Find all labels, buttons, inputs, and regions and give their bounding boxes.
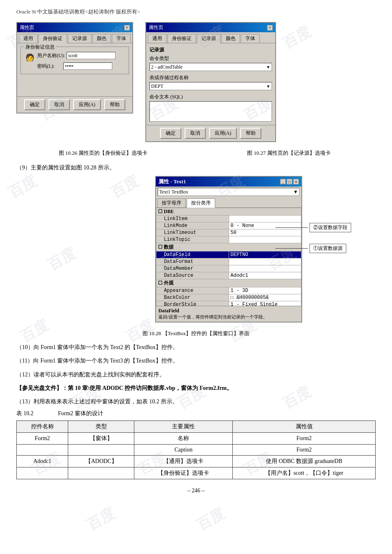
- ann-line-2: [275, 248, 308, 249]
- body-text-12: （12）读者可以从本书的配套光盘上找到实例的配套程序。: [16, 369, 376, 380]
- sql-textarea[interactable]: [149, 101, 272, 122]
- dialog-auth-title: 属性页: [20, 24, 34, 31]
- dialog-auth-body: 身份验证信息 🧑 用户名称(U): scott 密码(L): •••••: [17, 43, 132, 96]
- footer-field-desc: 返回/设置一个值，将控件绑定到当前记录的一个字段。: [158, 314, 299, 320]
- td-caption-label: Caption: [134, 445, 233, 456]
- td-general-val: 使用 ODBC 数据源 graduateDB: [233, 456, 376, 467]
- td-general-tab: 【通用】选项卡: [134, 456, 233, 467]
- sql-label: 命令文本 (SQL): [149, 93, 272, 100]
- stored-proc-label: 表或存储过程名称: [149, 74, 272, 81]
- cmd-type-label: 命令类型: [149, 55, 272, 62]
- stored-proc-arrow: ▼: [266, 84, 270, 89]
- caption-3: 图 10.28 【TextBox】控件的【属性窗口】界面: [16, 330, 376, 337]
- props-title: 属性 - Text1: [158, 178, 186, 185]
- td-auth-val: 【用户名】scott，【口令】tiger: [233, 467, 376, 479]
- dialog-record-close[interactable]: ×: [267, 25, 273, 31]
- props-minimize[interactable]: _: [280, 179, 286, 185]
- table-row: DataMember: [156, 265, 301, 272]
- record-apply-button[interactable]: 应用(A): [209, 128, 237, 139]
- password-label: 密码(L):: [37, 63, 62, 70]
- td-type-window: 【窗体】: [68, 433, 134, 445]
- tab-auth-2[interactable]: 身份验证: [167, 34, 196, 43]
- prop-val: [229, 265, 301, 272]
- dialog-record-body: 记录源 命令类型 2 - adCmdTable ▼ 表或存储过程名称 DEPT …: [146, 43, 275, 125]
- record-src-label: 记录源: [149, 47, 272, 53]
- page-number: – 246 –: [16, 487, 376, 494]
- record-ok-button[interactable]: 确定: [160, 128, 181, 139]
- tab-font-1[interactable]: 字体: [112, 34, 131, 43]
- props-maximize[interactable]: □: [287, 179, 292, 185]
- auth-apply-button[interactable]: 应用(A): [73, 99, 101, 110]
- td-empty-3: [17, 467, 68, 479]
- user-icon: 🧑: [24, 52, 36, 63]
- auth-help-button[interactable]: 帮助: [104, 99, 125, 110]
- table-row: BorderStyle 1 - Fixed Single: [156, 301, 301, 306]
- prop-val: 1 - 3D: [229, 287, 301, 294]
- props-dropdown-arrow: ▼: [293, 189, 298, 195]
- td-prop-val: Form2: [233, 433, 376, 445]
- record-help-button[interactable]: 帮助: [240, 128, 261, 139]
- props-tabs: 按字母序 按分类序: [156, 197, 301, 208]
- password-input[interactable]: •••••: [63, 62, 112, 70]
- td-empty-4: [68, 467, 134, 479]
- prop-val: [229, 216, 301, 222]
- props-tab-alpha[interactable]: 按字母序: [157, 198, 186, 207]
- stored-proc-select[interactable]: DEPT ▼: [149, 82, 272, 90]
- props-close[interactable]: ×: [293, 179, 299, 185]
- props-dropdown[interactable]: Text1 TextBox ▼: [158, 188, 300, 196]
- tab-font-2[interactable]: 字体: [241, 34, 260, 43]
- record-cancel-button[interactable]: 取消: [185, 128, 206, 139]
- username-row: 用户名称(U): scott: [37, 52, 125, 59]
- username-label: 用户名称(U):: [37, 52, 65, 59]
- td-type-adodc: 【ADODC】: [68, 456, 134, 467]
- group-appearance: ☐ 外观: [156, 279, 301, 287]
- prop-name: DataSource: [156, 272, 229, 279]
- table-row: DataFormat: [156, 258, 301, 265]
- table-row: LinkItem: [156, 216, 301, 222]
- dialog-captions: 图 10.26 属性页的【身份验证】选项卡 图 10.27 属性页的【记录源】选…: [16, 149, 376, 157]
- table-title: Form2 窗体的设计: [58, 410, 103, 417]
- password-row: 密码(L): •••••: [37, 62, 125, 70]
- prop-name: LinkMode: [156, 222, 229, 229]
- auth-cancel-button[interactable]: 取消: [49, 99, 70, 110]
- td-form2: Form2: [17, 433, 68, 445]
- username-input[interactable]: scott: [67, 52, 116, 59]
- tab-auth[interactable]: 身份验证: [38, 34, 67, 43]
- ann-line-1: [275, 227, 308, 228]
- ann-bubble-1: ②设置数据字段: [310, 223, 351, 232]
- dialog-record-title: 属性页: [149, 24, 163, 31]
- prop-val: □ &H80000005&: [229, 294, 301, 301]
- td-empty-1: [17, 445, 68, 456]
- table-row: ☐ DBE: [156, 208, 301, 216]
- body-text-11: （11）向 Form1 窗体中添加一个名为 Text3 的【TextBox】控件…: [16, 356, 376, 366]
- ann-bubble-2: ①设置数据源: [310, 244, 346, 253]
- prop-name: LinkItem: [156, 216, 229, 222]
- cmd-type-select[interactable]: 2 - adCmdTable ▼: [149, 63, 272, 71]
- prop-val: [229, 258, 301, 265]
- tab-color-2[interactable]: 颜色: [221, 34, 240, 43]
- table-row: Form2 【窗体】 名称 Form2: [17, 433, 376, 445]
- auth-ok-button[interactable]: 确定: [24, 99, 45, 110]
- auth-group-label: 身份验证信息: [24, 44, 56, 51]
- tab-record-src-1[interactable]: 记录源: [68, 34, 91, 43]
- props-table: ☐ DBE LinkItem LinkMode 0 - None LinkTim…: [156, 208, 301, 306]
- tab-general-2[interactable]: 通用: [148, 34, 167, 43]
- tab-color-1[interactable]: 颜色: [92, 34, 111, 43]
- body-text-13: 【参见光盘文件】：第 10 章\使用 ADODC 控件访问数据库.vbp，窗体为…: [16, 383, 376, 393]
- prop-val: 1 - Fixed Single: [229, 301, 301, 306]
- table-row: 【身份验证】选项卡 【用户名】scott，【口令】tiger: [17, 467, 376, 479]
- dialog-record: 属性页 × 通用 身份验证 记录源 颜色 字体 记录源 命令类型 2 - adC…: [145, 22, 276, 142]
- dialog-auth-close[interactable]: ×: [124, 25, 130, 31]
- table-header-row: 控件名称 类型 主要属性 属性值: [17, 421, 376, 433]
- body-text-1: （9）主要的属性设置如图 10.28 所示。: [16, 162, 376, 173]
- table-row: Appearance 1 - 3D: [156, 287, 301, 294]
- table-title-row: 表 10.2 Form2 窗体的设计: [16, 410, 376, 417]
- table-row: DataSource Adodc1: [156, 272, 301, 279]
- tab-general-1[interactable]: 通用: [19, 34, 38, 43]
- props-tab-category[interactable]: 按分类序: [187, 198, 215, 208]
- dialog-auth-footer: 确定 取消 应用(A) 帮助: [17, 96, 132, 113]
- tab-record-src[interactable]: 记录源: [197, 34, 220, 43]
- content-table: 控件名称 类型 主要属性 属性值 Form2 【窗体】 名称 Form2 Cap…: [16, 421, 376, 479]
- table-label: 表 10.2: [16, 410, 33, 417]
- caption-1: 图 10.26 属性页的【身份验证】选项卡: [16, 149, 190, 157]
